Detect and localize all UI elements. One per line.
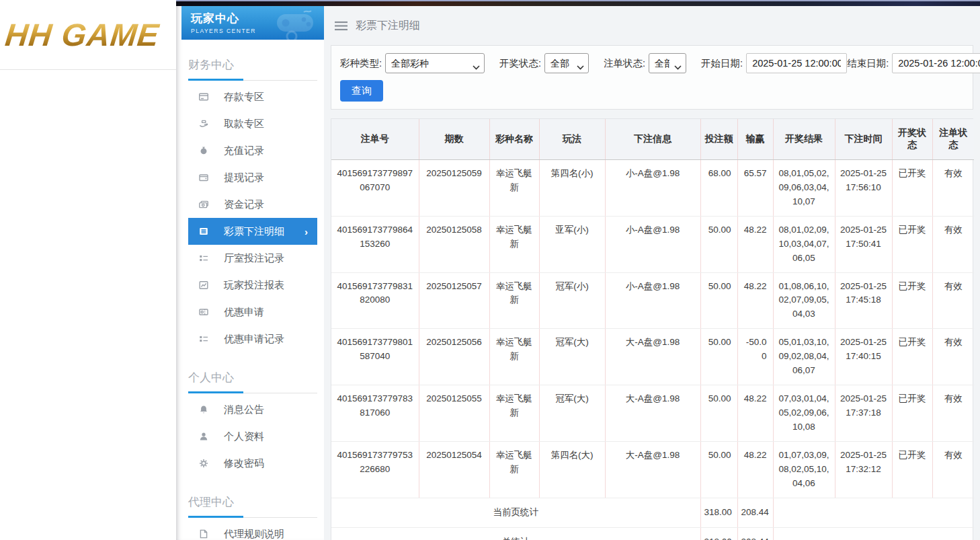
sidebar-item[interactable]: 彩票下注明细 ›: [188, 218, 317, 245]
sidebar-item[interactable]: 提现记录 ›: [188, 164, 317, 191]
cell-lottery-name: 幸运飞艇新: [489, 441, 539, 498]
col-period: 期数: [419, 119, 489, 160]
cell-order-no: 401569173779753226680: [331, 441, 419, 498]
coupon-icon: [198, 307, 210, 318]
order-status-select[interactable]: 全部: [649, 53, 686, 73]
sidebar-item-label: 玩家投注报表: [224, 279, 313, 292]
cell-bet-info: 小-A盘@1.98: [605, 272, 700, 329]
lottery-type-label: 彩种类型:: [340, 57, 382, 70]
table-row: 401569173779864153260 20250125058 幸运飞艇新 …: [331, 216, 974, 272]
page-summary-win-total: 208.44: [737, 498, 773, 527]
cell-order-no: 401569173779801587040: [331, 329, 419, 385]
sidebar-item[interactable]: 消息公告 ›: [188, 396, 317, 423]
cell-order-status: 有效: [932, 385, 974, 442]
cell-play-type: 第四名(小): [539, 160, 605, 217]
logo-column: HH GAME: [0, 0, 176, 540]
section-underline: [188, 391, 317, 393]
cell-bet-info: 大-A盘@1.98: [605, 385, 700, 442]
cell-play-type: 冠军(大): [539, 385, 605, 442]
list-check-icon: [198, 334, 210, 345]
sidebar-item[interactable]: 存款专区 ›: [188, 83, 317, 110]
sidebar-item-label: 资金记录: [224, 198, 313, 211]
cell-draw-status: 已开奖: [892, 216, 932, 272]
sidebar-item-label: 优惠申请: [224, 306, 313, 319]
sidebar-item[interactable]: 厅室投注记录 ›: [188, 245, 317, 272]
money-bag-icon: [198, 145, 210, 157]
cell-win-loss: -50.00: [737, 329, 773, 385]
cell-bet-amount: 50.00: [700, 441, 737, 498]
cell-order-no: 401569173779864153260: [331, 216, 419, 272]
table-row: 401569173779801587040 20250125056 幸运飞艇新 …: [331, 329, 974, 385]
cell-order-status: 有效: [932, 160, 974, 217]
deposit-card-icon: [198, 91, 210, 103]
app-window: HH GAME 玩家中心 PLAYERS CENTER: [0, 0, 980, 540]
cell-lottery-name: 幸运飞艇新: [489, 216, 539, 272]
cell-play-type: 亚军(小): [539, 216, 605, 272]
cell-lottery-name: 幸运飞艇新: [489, 160, 539, 217]
list-check-icon: [198, 253, 210, 264]
sidebar-item[interactable]: 玩家投注报表 ›: [188, 272, 317, 299]
filter-panel: 彩种类型: 全部彩种 开奖状态: 全部 注单状态:: [331, 45, 973, 110]
end-date-input[interactable]: [892, 53, 980, 73]
wallet-icon: [198, 172, 210, 184]
withdraw-hand-icon: [198, 118, 210, 130]
cell-lottery-name: 幸运飞艇新: [489, 385, 539, 442]
cell-bet-amount: 50.00: [700, 329, 737, 385]
start-date-label: 开始日期:: [701, 57, 743, 70]
sidebar-item[interactable]: 个人资料 ›: [188, 423, 317, 450]
sidebar: 玩家中心 PLAYERS CENTER: [176, 6, 324, 540]
sidebar-item-label: 彩票下注明细: [224, 225, 304, 238]
col-draw-status: 开奖状态: [892, 119, 932, 160]
cell-bet-info: 小-A盘@1.98: [605, 160, 700, 217]
sidebar-item-label: 代理规则说明: [224, 528, 313, 540]
sidebar-item[interactable]: 取款专区 ›: [188, 110, 317, 137]
cell-period: 20250125056: [419, 329, 489, 385]
brand-logo: HH GAME: [3, 16, 161, 53]
page-summary-bet-total: 318.00: [700, 498, 737, 527]
cell-draw-result: 07,03,01,04,05,02,09,06,10,08: [773, 385, 835, 442]
cell-draw-result: 08,01,05,02,09,06,03,04,10,07: [773, 160, 835, 217]
col-order-no: 注单号: [331, 119, 419, 160]
cell-bet-amount: 68.00: [700, 160, 737, 217]
bell-icon: [198, 404, 210, 416]
sidebar-item[interactable]: 充值记录 ›: [188, 137, 317, 164]
cell-draw-status: 已开奖: [892, 441, 932, 498]
table-row: 401569173779831820080 20250125057 幸运飞艇新 …: [331, 272, 974, 329]
cell-play-type: 冠军(大): [539, 329, 605, 385]
sidebar-item-label: 存款专区: [224, 91, 313, 104]
sidebar-item[interactable]: 优惠申请记录 ›: [188, 325, 317, 352]
cell-draw-result: 05,01,03,10,09,02,08,04,06,07: [773, 329, 835, 385]
query-button[interactable]: 查询: [340, 80, 383, 102]
grand-summary-row: 总统计 318.00 208.44: [331, 527, 974, 540]
lottery-type-select[interactable]: 全部彩种: [385, 53, 485, 73]
sidebar-item-label: 提现记录: [224, 171, 313, 184]
cell-bet-time: 2025-01-25 17:45:18: [835, 272, 892, 329]
sidebar-item[interactable]: 修改密码 ›: [188, 450, 317, 477]
main-content: 彩票下注明细 彩种类型: 全部彩种 开奖状态: 全部: [324, 6, 980, 540]
cell-draw-status: 已开奖: [892, 160, 932, 217]
cell-period: 20250125055: [419, 385, 489, 442]
cell-order-status: 有效: [932, 329, 974, 385]
cell-bet-amount: 50.00: [700, 272, 737, 329]
cell-bet-time: 2025-01-25 17:56:10: [835, 160, 892, 217]
sidebar-item-label: 消息公告: [224, 403, 313, 416]
section-underline: [188, 79, 317, 81]
cell-play-type: 第四名(大): [539, 441, 605, 498]
cell-draw-status: 已开奖: [892, 329, 932, 385]
col-play-type: 玩法: [539, 119, 605, 160]
draw-status-select[interactable]: 全部: [544, 53, 589, 73]
start-date-input[interactable]: [746, 53, 847, 73]
grand-summary-win-total: 208.44: [737, 527, 773, 540]
col-draw-result: 开奖结果: [773, 119, 835, 160]
menu-icon[interactable]: [335, 21, 348, 31]
cell-bet-info: 大-A盘@1.98: [605, 329, 700, 385]
cell-order-status: 有效: [932, 441, 974, 498]
sidebar-item[interactable]: 资金记录 ›: [188, 191, 317, 218]
col-win-loss: 输赢: [737, 119, 773, 160]
gear-icon: [198, 458, 210, 469]
sidebar-item[interactable]: 优惠申请 ›: [188, 299, 317, 325]
cell-bet-time: 2025-01-25 17:40:15: [835, 329, 892, 385]
sidebar-item[interactable]: 代理规则说明 ›: [188, 520, 317, 540]
gamepad-icon: [272, 7, 321, 40]
cell-lottery-name: 幸运飞艇新: [489, 329, 539, 385]
